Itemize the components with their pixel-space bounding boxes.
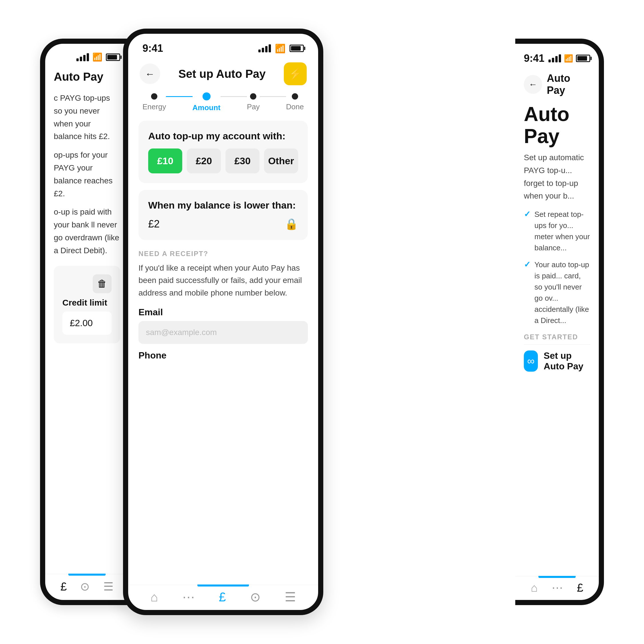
- setup-btn-text: Set up Auto Pay: [544, 350, 590, 372]
- email-label: Email: [138, 307, 308, 318]
- credit-limit-label: Credit limit: [62, 298, 112, 308]
- stepper: Energy Amount Pay Done: [128, 89, 318, 115]
- balance-card: When my balance is lower than: £2 🔒: [138, 190, 308, 240]
- back-button[interactable]: ←: [140, 64, 160, 84]
- nav-home[interactable]: ⌂: [150, 590, 158, 604]
- right-back-button[interactable]: ←: [524, 75, 542, 94]
- middle-nav-header: ← Set up Auto Pay ⚡: [128, 57, 318, 89]
- step-label-pay: Pay: [247, 102, 260, 111]
- step-line-2: [221, 96, 247, 97]
- right-nav-account[interactable]: £: [577, 581, 583, 594]
- phone-label: Phone: [138, 350, 308, 361]
- step-label-done: Done: [286, 102, 304, 111]
- check-item-1: ✓ Set repeat top-ups for yo... meter whe…: [524, 209, 590, 253]
- credit-value-box: £2.00: [62, 312, 112, 335]
- nav-account[interactable]: £: [219, 590, 226, 604]
- amount-buttons: £10 £20 £30 Other: [148, 148, 298, 173]
- middle-signal-icon: [258, 44, 271, 52]
- amount-btn-20[interactable]: £20: [187, 148, 221, 173]
- nav-help[interactable]: ⊙: [250, 590, 261, 604]
- left-phone: 📶 Auto Pay c PAYG top-ups so you never w…: [40, 39, 129, 605]
- amount-card-title: Auto top-up my account with:: [148, 130, 298, 142]
- right-nav-activity[interactable]: ⋯: [552, 581, 563, 594]
- left-body-2: op-ups for your PAYG your balance reache…: [54, 149, 120, 200]
- trash-icon-row: 🗑: [62, 274, 112, 293]
- receipt-section: NEED A RECEIPT? If you'd like a receipt …: [128, 247, 318, 585]
- right-signal-icon: [548, 54, 561, 62]
- check-item-2: ✓ Your auto top-up is paid... card, so y…: [524, 259, 590, 326]
- lock-icon: 🔒: [285, 218, 298, 230]
- step-label-amount: Amount: [193, 103, 221, 112]
- check-text-1: Set repeat top-ups for yo... meter when …: [534, 209, 590, 253]
- right-bottom-nav: ⌂ ⋯ £: [515, 576, 599, 600]
- nav-title: Set up Auto Pay: [178, 68, 265, 80]
- check-mark-2: ✓: [524, 260, 530, 269]
- nav-icon-menu[interactable]: ☰: [103, 580, 114, 593]
- left-status-bar: 📶: [45, 44, 129, 65]
- check-text-2: Your auto top-up is paid... card, so you…: [534, 259, 590, 326]
- right-hero-desc: Set up automatic PAYG top-u... forget to…: [515, 151, 599, 209]
- right-wifi-icon: 📶: [564, 54, 573, 63]
- step-dot-done: [292, 93, 298, 100]
- setup-btn-icon: ∞: [524, 350, 538, 372]
- balance-card-title: When my balance is lower than:: [148, 200, 298, 211]
- battery-icon: [106, 53, 120, 61]
- step-line-3: [260, 96, 286, 97]
- right-nav-header: ← Auto Pay: [515, 67, 599, 100]
- amount-btn-10[interactable]: £10: [148, 148, 182, 173]
- step-dot-amount: [203, 92, 211, 100]
- step-line-1: [166, 96, 192, 97]
- middle-wifi-icon: 📶: [275, 43, 286, 53]
- get-started-divider: [524, 344, 590, 345]
- middle-time: 9:41: [142, 42, 163, 54]
- get-started-label: GET STARTED: [515, 333, 599, 344]
- amount-btn-other[interactable]: Other: [264, 148, 298, 173]
- setup-autopay-button[interactable]: ∞ Set up Auto Pay: [515, 350, 599, 380]
- amount-btn-30[interactable]: £30: [225, 148, 259, 173]
- nav-menu[interactable]: ☰: [285, 590, 296, 604]
- left-title: Auto Pay: [54, 70, 120, 83]
- receipt-label: NEED A RECEIPT?: [138, 250, 308, 258]
- left-body-3: o-up is paid with your bank ll never go …: [54, 206, 120, 257]
- middle-bottom-nav: ⌂ ⋯ £ ⊙ ☰: [128, 585, 318, 610]
- right-phone: 9:41 📶 ← Auto Pay Auto Pay Set up automa…: [515, 39, 604, 605]
- action-button[interactable]: ⚡: [284, 62, 307, 85]
- middle-status-bar: 9:41 📶: [128, 34, 318, 57]
- check-list: ✓ Set repeat top-ups for yo... meter whe…: [515, 209, 599, 333]
- middle-phone: 9:41 📶 ← Set up Auto Pay ⚡ Energy A: [123, 29, 323, 615]
- signal-icon: [76, 53, 89, 61]
- step-dot-energy: [151, 93, 157, 100]
- right-battery-icon: [576, 55, 590, 62]
- credit-card-section: 🗑 Credit limit £2.00: [54, 266, 120, 343]
- right-time: 9:41: [524, 52, 544, 64]
- middle-battery-icon: [290, 45, 304, 52]
- wifi-icon: 📶: [92, 52, 102, 62]
- nav-icon-help[interactable]: ⊙: [80, 580, 90, 593]
- right-nav-title: Auto Pay: [547, 72, 590, 96]
- nav-icon-pound[interactable]: £: [60, 580, 67, 593]
- right-hero-title: Auto Pay: [515, 100, 599, 151]
- email-input[interactable]: sam@example.com: [138, 321, 308, 344]
- nav-activity[interactable]: ⋯: [182, 590, 195, 604]
- right-nav-home[interactable]: ⌂: [531, 581, 538, 594]
- receipt-desc: If you'd like a receipt when your Auto P…: [138, 262, 308, 299]
- left-body-1: c PAYG top-ups so you never when your ba…: [54, 92, 120, 143]
- left-bottom-nav: £ ⊙ ☰: [45, 574, 129, 600]
- amount-card: Auto top-up my account with: £10 £20 £30…: [138, 121, 308, 183]
- check-mark-1: ✓: [524, 209, 530, 219]
- right-status-bar: 9:41 📶: [515, 44, 599, 67]
- step-dot-pay: [250, 93, 256, 100]
- trash-icon[interactable]: 🗑: [93, 274, 112, 293]
- balance-value: £2: [148, 218, 160, 230]
- step-label-energy: Energy: [142, 102, 166, 111]
